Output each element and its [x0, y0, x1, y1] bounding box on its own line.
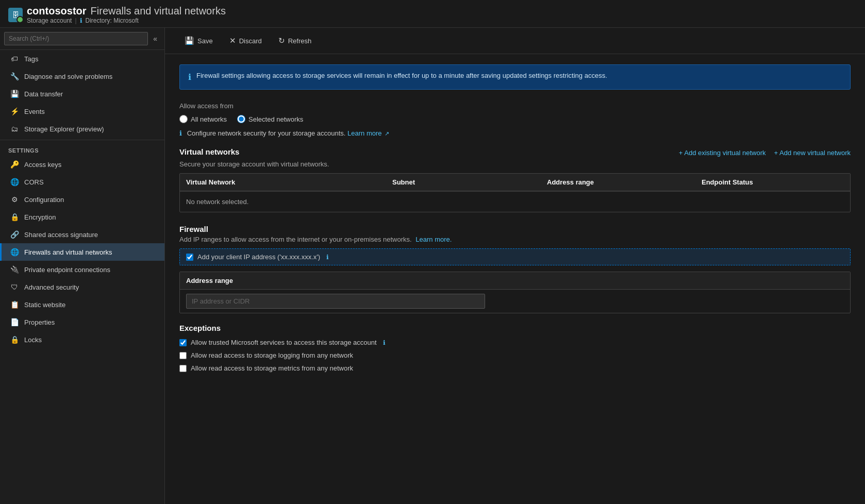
toolbar: 💾 Save ✕ Discard ↻ Refresh: [165, 28, 865, 54]
encryption-icon: 🔒: [10, 212, 19, 222]
main-layout: « 🏷 Tags 🔧 Diagnose and solve problems 💾…: [0, 28, 865, 504]
col-endpoint-status: Endpoint Status: [695, 174, 850, 191]
exception-row-trusted-ms[interactable]: Allow trusted Microsoft services to acce…: [179, 339, 851, 346]
discard-button[interactable]: ✕ Discard: [222, 33, 269, 48]
client-ip-info-icon: ℹ: [326, 254, 329, 261]
add-existing-vnet-link[interactable]: + Add existing virtual network: [679, 149, 766, 157]
address-range-header: Address range: [180, 272, 850, 290]
radio-selected-networks-input[interactable]: [237, 115, 245, 123]
exception-read-metrics-checkbox[interactable]: [179, 365, 187, 372]
virtual-networks-table: Virtual Network Subnet Address range End…: [179, 173, 851, 212]
sidebar-item-data-transfer[interactable]: 💾 Data transfer: [0, 85, 164, 103]
col-address-range: Address range: [541, 174, 695, 191]
resource-icon: 🗄: [8, 8, 23, 22]
info-banner-icon: ℹ: [188, 72, 191, 83]
locks-icon: 🔒: [10, 335, 19, 344]
collapse-button[interactable]: «: [150, 32, 160, 45]
firewall-section: Firewall Add IP ranges to allow access f…: [179, 225, 851, 313]
trusted-ms-info-icon: ℹ: [383, 339, 386, 346]
firewall-description: Add IP ranges to allow access from the i…: [179, 236, 851, 243]
ip-address-input[interactable]: [186, 294, 485, 309]
virtual-networks-section: Virtual networks + Add existing virtual …: [179, 147, 851, 212]
settings-section-label: Settings: [0, 142, 164, 156]
col-virtual-network: Virtual Network: [180, 174, 386, 191]
sidebar-item-cors[interactable]: 🌐 CORS: [0, 173, 164, 191]
table-header: Virtual Network Subnet Address range End…: [180, 174, 850, 191]
exception-row-read-metrics[interactable]: Allow read access to storage metrics fro…: [179, 364, 851, 372]
info-banner: ℹ Firewall settings allowing access to s…: [179, 64, 851, 90]
discard-icon: ✕: [229, 36, 236, 45]
exception-read-logging-checkbox[interactable]: [179, 352, 187, 359]
exceptions-title: Exceptions: [179, 324, 851, 332]
configure-icon: ℹ: [179, 129, 182, 137]
firewalls-icon: 🌐: [10, 247, 19, 257]
events-icon: ⚡: [10, 107, 19, 116]
sidebar-item-advanced-security[interactable]: 🛡 Advanced security: [0, 278, 164, 296]
shared-access-icon: 🔗: [10, 230, 19, 239]
sidebar-item-firewalls[interactable]: 🌐 Firewalls and virtual networks: [0, 243, 164, 261]
exceptions-section: Exceptions Allow trusted Microsoft servi…: [179, 324, 851, 372]
configure-text: ℹ Configure network security for your st…: [179, 129, 851, 137]
access-keys-icon: 🔑: [10, 160, 19, 169]
tags-icon: 🏷: [10, 54, 19, 63]
private-endpoint-icon: 🔌: [10, 265, 19, 274]
storage-explorer-icon: 🗂: [10, 124, 19, 133]
refresh-button[interactable]: ↻ Refresh: [271, 33, 319, 48]
content-body: ℹ Firewall settings allowing access to s…: [165, 54, 865, 504]
learn-more-link[interactable]: Learn more: [347, 129, 381, 137]
data-transfer-icon: 💾: [10, 89, 19, 98]
table-empty-row: No network selected.: [180, 191, 850, 212]
diagnose-icon: 🔧: [10, 72, 19, 81]
content-area: 💾 Save ✕ Discard ↻ Refresh ℹ Firewall se…: [165, 28, 865, 504]
radio-group-allow-access: All networks Selected networks: [179, 115, 851, 123]
vnet-description: Secure your storage account with virtual…: [179, 160, 851, 168]
sidebar-search-row: «: [0, 28, 164, 50]
sidebar-item-access-keys[interactable]: 🔑 Access keys: [0, 156, 164, 173]
vnet-actions: + Add existing virtual network + Add new…: [671, 149, 851, 157]
sidebar-item-encryption[interactable]: 🔒 Encryption: [0, 208, 164, 226]
page-title: contosostorFirewalls and virtual network…: [27, 5, 226, 17]
sidebar-item-diagnose[interactable]: 🔧 Diagnose and solve problems: [0, 68, 164, 85]
advanced-security-icon: 🛡: [10, 282, 19, 292]
sidebar: « 🏷 Tags 🔧 Diagnose and solve problems 💾…: [0, 28, 165, 504]
col-subnet: Subnet: [386, 174, 541, 191]
sidebar-item-private-endpoint[interactable]: 🔌 Private endpoint connections: [0, 261, 164, 278]
configuration-icon: ⚙: [10, 195, 19, 204]
static-website-icon: 📋: [10, 300, 19, 309]
radio-all-networks[interactable]: All networks: [179, 115, 227, 123]
refresh-icon: ↻: [278, 36, 285, 45]
search-input[interactable]: [4, 32, 148, 45]
address-input-row: [180, 290, 850, 313]
sidebar-item-storage-explorer[interactable]: 🗂 Storage Explorer (preview): [0, 120, 164, 138]
properties-icon: 📄: [10, 317, 19, 327]
firewall-title: Firewall: [179, 225, 851, 233]
subtitle: Storage account | ℹ Directory: Microsoft: [27, 17, 226, 24]
sidebar-divider: [0, 140, 164, 140]
save-button[interactable]: 💾 Save: [177, 33, 220, 48]
add-client-ip-row[interactable]: Add your client IP address ('xx.xxx.xxx.…: [179, 248, 851, 265]
sidebar-item-configuration[interactable]: ⚙ Configuration: [0, 191, 164, 208]
exception-trusted-ms-checkbox[interactable]: [179, 339, 187, 346]
sidebar-item-static-website[interactable]: 📋 Static website: [0, 296, 164, 313]
allow-access-label: Allow access from: [179, 102, 851, 110]
sidebar-item-tags[interactable]: 🏷 Tags: [0, 50, 164, 68]
add-new-vnet-link[interactable]: + Add new virtual network: [774, 149, 851, 157]
radio-selected-networks[interactable]: Selected networks: [237, 115, 303, 123]
sidebar-item-properties[interactable]: 📄 Properties: [0, 313, 164, 331]
exception-row-read-logging[interactable]: Allow read access to storage logging fro…: [179, 351, 851, 359]
firewall-learn-more-link[interactable]: Learn more.: [415, 236, 452, 243]
cors-icon: 🌐: [10, 177, 19, 187]
title-bar: 🗄 contosostorFirewalls and virtual netwo…: [0, 0, 865, 28]
sidebar-item-shared-access[interactable]: 🔗 Shared access signature: [0, 226, 164, 243]
address-range-table: Address range: [179, 272, 851, 313]
virtual-networks-title: Virtual networks: [179, 147, 239, 156]
save-icon: 💾: [185, 36, 194, 45]
radio-all-networks-input[interactable]: [179, 115, 188, 123]
add-client-ip-checkbox[interactable]: [186, 254, 193, 261]
sidebar-item-events[interactable]: ⚡ Events: [0, 103, 164, 120]
sidebar-item-locks[interactable]: 🔒 Locks: [0, 331, 164, 348]
